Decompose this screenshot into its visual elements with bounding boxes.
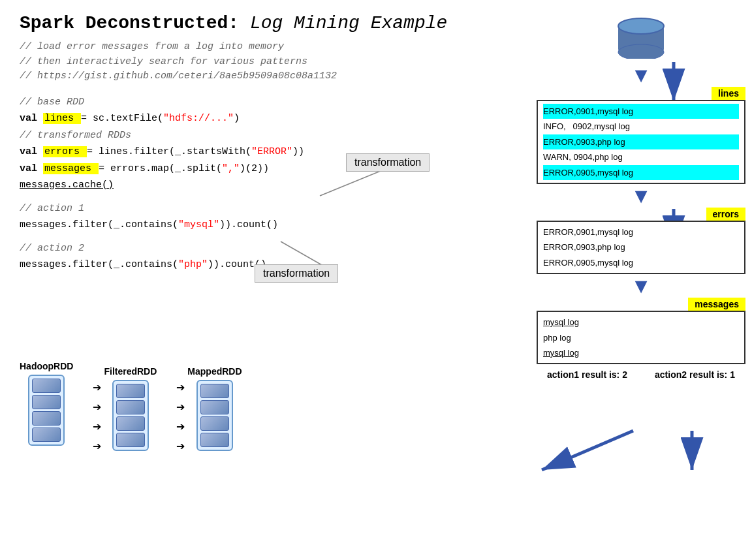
messages-keyword: messages: [43, 163, 99, 174]
hadoop-rdd-group: HadoopRDD: [20, 361, 73, 446]
errors-row-1: ERROR,0901,mysql log: [543, 225, 739, 240]
lines-data-box: ERROR,0901,mysql log INFO, 0902,mysql lo…: [537, 100, 745, 184]
messages-row-3: mysql log: [543, 345, 739, 360]
transformation-box-2: transformation: [255, 264, 338, 283]
lines-row-3: ERROR,0903,php log: [543, 134, 739, 149]
svg-point-12: [618, 44, 664, 59]
errors-data-box: ERROR,0901,mysql log ERROR,0903,php log …: [537, 221, 745, 274]
messages-data-box: mysql log php log mysql log: [537, 311, 745, 364]
lines-row-2: INFO, 0902,mysql log: [543, 119, 739, 134]
filtered-rdd-label: FilteredRDD: [104, 366, 157, 377]
filtered-rdd-connector: ➔ ➔ ➔ ➔ FilteredRDD: [93, 361, 157, 456]
lines-label-badge: lines: [537, 87, 745, 100]
errors-label-badge: errors: [537, 208, 745, 221]
errors-keyword: errors: [43, 146, 87, 157]
lines-row-1: ERROR,0901,mysql log: [543, 104, 739, 119]
lines-row-5: ERROR,0905,mysql log: [543, 165, 739, 180]
lines-keyword: lines: [43, 113, 81, 124]
mapped-rdd-label: MappedRDD: [187, 366, 242, 377]
transformation-box-1: transformation: [346, 153, 430, 172]
messages-row-1: mysql log: [543, 315, 739, 330]
lines-row-4: WARN, 0904,php log: [543, 149, 739, 164]
database-icon: [537, 13, 745, 61]
right-panel: ▼ lines ERROR,0901,mysql log INFO, 0902,…: [537, 13, 745, 380]
hadoop-rdd-label: HadoopRDD: [20, 361, 73, 371]
messages-label-badge: messages: [537, 298, 745, 311]
action1-result: action1 result is: 2: [537, 369, 638, 380]
errors-row-3: ERROR,0905,mysql log: [543, 255, 739, 270]
action-results-row: action1 result is: 2 action2 result is: …: [537, 369, 745, 380]
rdd-diagram: HadoopRDD ➔ ➔ ➔ ➔ FilteredRDD: [20, 361, 242, 456]
svg-line-5: [542, 431, 633, 470]
lines-to-errors-arrow: ▼: [537, 185, 745, 206]
svg-point-11: [618, 18, 664, 34]
filtered-rdd-group: FilteredRDD: [104, 366, 157, 451]
messages-row-2: php log: [543, 330, 739, 345]
mapped-rdd-group: MappedRDD: [187, 366, 242, 451]
db-to-lines-arrow: ▼: [537, 65, 745, 86]
action2-result: action2 result is: 1: [644, 369, 745, 380]
errors-row-2: ERROR,0903,php log: [543, 240, 739, 255]
mapped-rdd-connector: ➔ ➔ ➔ ➔ MappedRDD: [176, 361, 242, 456]
errors-to-messages-arrow: ▼: [537, 275, 745, 296]
